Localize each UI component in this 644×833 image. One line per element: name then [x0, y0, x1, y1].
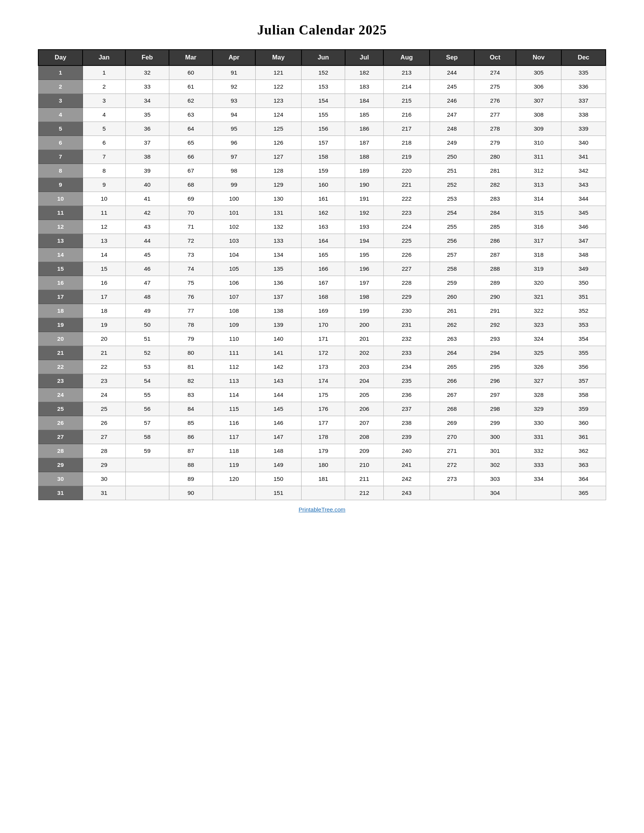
cell-value: 298: [474, 402, 516, 416]
column-header-nov: Nov: [516, 50, 562, 66]
cell-value: 155: [301, 108, 345, 122]
cell-value: 30: [82, 472, 126, 486]
cell-value: 55: [126, 388, 169, 402]
cell-value: 281: [474, 164, 516, 178]
cell-value: 87: [169, 444, 213, 458]
cell-value: 223: [383, 206, 430, 220]
cell-value: 329: [516, 402, 562, 416]
day-number: 25: [38, 402, 82, 416]
cell-value: 186: [345, 122, 384, 136]
cell-value: 355: [562, 346, 606, 360]
cell-value: 63: [169, 108, 213, 122]
day-number: 14: [38, 248, 82, 262]
cell-value: 177: [301, 416, 345, 430]
cell-value: 271: [430, 444, 474, 458]
day-number: 29: [38, 458, 82, 472]
cell-value: 143: [255, 374, 301, 388]
cell-value: 218: [383, 136, 430, 150]
cell-value: [516, 486, 562, 500]
cell-value: 34: [126, 94, 169, 108]
cell-value: 227: [383, 262, 430, 276]
cell-value: 263: [430, 332, 474, 346]
day-number: 19: [38, 318, 82, 332]
cell-value: 194: [345, 234, 384, 248]
cell-value: 91: [213, 66, 255, 80]
cell-value: 314: [516, 192, 562, 206]
cell-value: 234: [383, 360, 430, 374]
cell-value: 252: [430, 178, 474, 192]
cell-value: 195: [345, 248, 384, 262]
cell-value: 20: [82, 332, 126, 346]
cell-value: 43: [126, 220, 169, 234]
column-header-mar: Mar: [169, 50, 213, 66]
cell-value: 10: [82, 192, 126, 206]
day-number: 26: [38, 416, 82, 430]
cell-value: 130: [255, 192, 301, 206]
cell-value: 306: [516, 80, 562, 94]
cell-value: 31: [82, 486, 126, 500]
cell-value: 149: [255, 458, 301, 472]
cell-value: 82: [169, 374, 213, 388]
cell-value: 312: [516, 164, 562, 178]
cell-value: 175: [301, 388, 345, 402]
cell-value: 118: [213, 444, 255, 458]
cell-value: 241: [383, 458, 430, 472]
table-row: 66376596126157187218249279310340: [38, 136, 606, 150]
cell-value: 254: [430, 206, 474, 220]
cell-value: 15: [82, 262, 126, 276]
cell-value: 197: [345, 276, 384, 290]
cell-value: 61: [169, 80, 213, 94]
cell-value: 230: [383, 304, 430, 318]
column-header-feb: Feb: [126, 50, 169, 66]
cell-value: 157: [301, 136, 345, 150]
day-number: 22: [38, 360, 82, 374]
cell-value: 46: [126, 262, 169, 276]
cell-value: 172: [301, 346, 345, 360]
day-number: 30: [38, 472, 82, 486]
cell-value: 103: [213, 234, 255, 248]
cell-value: 169: [301, 304, 345, 318]
cell-value: 2: [82, 80, 126, 94]
cell-value: 318: [516, 248, 562, 262]
cell-value: 345: [562, 206, 606, 220]
cell-value: 166: [301, 262, 345, 276]
cell-value: 330: [516, 416, 562, 430]
cell-value: 240: [383, 444, 430, 458]
cell-value: 343: [562, 178, 606, 192]
cell-value: 109: [213, 318, 255, 332]
footer-link[interactable]: PrintableTree.com: [298, 506, 346, 513]
cell-value: 141: [255, 346, 301, 360]
cell-value: 135: [255, 262, 301, 276]
cell-value: 309: [516, 122, 562, 136]
table-row: 292988119149180210241272302333363: [38, 458, 606, 472]
day-number: 12: [38, 220, 82, 234]
cell-value: 54: [126, 374, 169, 388]
cell-value: 303: [474, 472, 516, 486]
cell-value: 150: [255, 472, 301, 486]
cell-value: 170: [301, 318, 345, 332]
cell-value: 47: [126, 276, 169, 290]
cell-value: 313: [516, 178, 562, 192]
cell-value: 65: [169, 136, 213, 150]
cell-value: 291: [474, 304, 516, 318]
cell-value: 158: [301, 150, 345, 164]
cell-value: 266: [430, 374, 474, 388]
day-number: 1: [38, 66, 82, 80]
cell-value: 224: [383, 220, 430, 234]
cell-value: 364: [562, 472, 606, 486]
cell-value: 301: [474, 444, 516, 458]
column-header-aug: Aug: [383, 50, 430, 66]
cell-value: 59: [126, 444, 169, 458]
cell-value: 302: [474, 458, 516, 472]
column-header-apr: Apr: [213, 50, 255, 66]
cell-value: 138: [255, 304, 301, 318]
cell-value: 38: [126, 150, 169, 164]
cell-value: 344: [562, 192, 606, 206]
cell-value: 52: [126, 346, 169, 360]
cell-value: 357: [562, 374, 606, 388]
cell-value: 283: [474, 192, 516, 206]
cell-value: 89: [169, 472, 213, 486]
column-header-jul: Jul: [345, 50, 384, 66]
cell-value: 189: [345, 164, 384, 178]
cell-value: 270: [430, 430, 474, 444]
